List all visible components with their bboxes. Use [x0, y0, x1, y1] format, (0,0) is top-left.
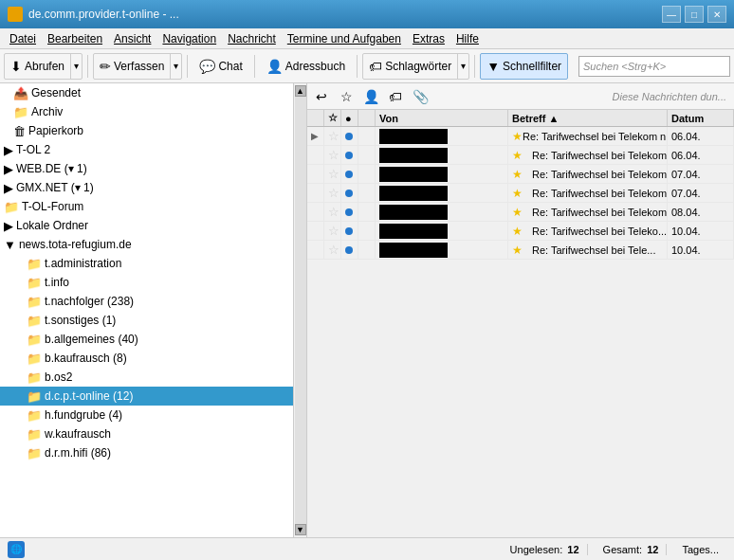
col-von[interactable]: Von: [376, 110, 508, 126]
menu-navigation[interactable]: Navigation: [156, 30, 222, 47]
email-row[interactable]: ☆ ★ Re: Tarifwechsel bei Telekom nich...…: [307, 146, 734, 165]
tag-toolbar-btn[interactable]: 🏷: [385, 86, 406, 107]
verfassen-dropdown[interactable]: ▾: [170, 54, 181, 79]
sidebar-item-label: Lokale Ordner: [16, 219, 88, 232]
sidebar-item-label: t.sonstiges (1): [45, 314, 116, 327]
cell-date: 07.04.: [668, 184, 734, 202]
cell-from: [376, 127, 508, 145]
lokale-expand-icon: ▶: [4, 219, 13, 233]
archiv-icon: 📁: [13, 105, 28, 119]
email-row[interactable]: ☆ ★ Re: Tarifwechsel bei Tele... 10.04.: [307, 241, 734, 260]
menu-termine[interactable]: Termine und Aufgaben: [282, 30, 407, 47]
email-toolbar: ↩ ☆ 👤 🏷 📎 Diese Nachrichten dun...: [307, 83, 734, 110]
schnellfilter-button[interactable]: ▼ Schnellfilter: [480, 53, 568, 80]
cell-subject: ★ Re: Tarifwechsel bei Tele...: [508, 241, 668, 259]
col-betreff[interactable]: Betreff ▲: [508, 110, 668, 126]
statusbar-unread: Ungelesen: 12: [503, 544, 588, 555]
col-flag[interactable]: [358, 110, 376, 126]
statusbar-total: Gesamt: 12: [596, 544, 668, 555]
window-controls: — □ ✕: [662, 6, 726, 23]
sidebar-item-tol2[interactable]: ▶ T-OL 2: [0, 140, 293, 159]
menubar: Datei Bearbeiten Ansicht Navigation Nach…: [0, 28, 734, 49]
sidebar-item-label: Papierkorb: [28, 124, 83, 137]
menu-datei[interactable]: Datei: [4, 30, 42, 47]
scroll-down-button[interactable]: ▼: [295, 524, 306, 535]
subject-text: Re: Tarifwechsel bei Telekom nich...: [523, 150, 668, 161]
cell-date: 06.04.: [668, 127, 734, 145]
abrufen-dropdown[interactable]: ▾: [70, 54, 82, 79]
d-c-p-icon: 📁: [27, 389, 42, 404]
sidebar-item-gmx[interactable]: ▶ GMX.NET (▾ 1): [0, 178, 293, 197]
sidebar-item-w-kaufrausch[interactable]: 📁 w.kaufrausch: [0, 425, 293, 443]
sidebar-item-b-kaufrausch[interactable]: 📁 b.kaufrausch (8): [0, 349, 293, 368]
cell-star: ☆: [324, 222, 341, 240]
col-datum[interactable]: Datum: [668, 110, 734, 126]
col-thread[interactable]: [307, 110, 324, 126]
schlagwoerter-button[interactable]: 🏷 Schlagwörter: [363, 54, 457, 79]
sidebar-item-t-info[interactable]: 📁 t.info: [0, 273, 293, 292]
search-box[interactable]: Suchen <Strg+K>: [578, 56, 730, 77]
sidebar-item-webde[interactable]: ▶ WEB.DE (▾ 1): [0, 159, 293, 178]
total-count: 12: [647, 544, 658, 555]
cell-from: [376, 222, 508, 240]
star-toolbar-btn[interactable]: ☆: [336, 86, 357, 107]
menu-nachricht[interactable]: Nachricht: [222, 30, 282, 47]
papierkorb-icon: 🗑: [13, 124, 26, 138]
star-icon: ☆: [328, 167, 339, 181]
cell-flag: [358, 203, 376, 221]
sidebar-item-d-c-p-t-online[interactable]: 📁 d.c.p.t-online (12): [0, 387, 293, 406]
menu-extras[interactable]: Extras: [407, 30, 450, 47]
from-hidden: [379, 148, 448, 163]
reply-toolbar-btn[interactable]: ↩: [311, 86, 332, 107]
menu-hilfe[interactable]: Hilfe: [450, 30, 485, 47]
email-row[interactable]: ▶ ☆ ★ Re: Tarifwechsel bei Telekom nicht…: [307, 127, 734, 146]
verfassen-button[interactable]: ✏ Verfassen: [94, 54, 170, 79]
sidebar-item-t-nachfolger[interactable]: 📁 t.nachfolger (238): [0, 292, 293, 311]
sidebar-item-news[interactable]: ▼ news.tota-refugium.de: [0, 235, 293, 254]
sidebar-item-d-r-m-hifi[interactable]: 📁 d.r.m.hifi (86): [0, 443, 293, 462]
cell-flag: [358, 127, 376, 145]
sidebar-item-t-sonstiges[interactable]: 📁 t.sonstiges (1): [0, 311, 293, 330]
sidebar-item-label: news.tota-refugium.de: [19, 238, 132, 251]
email-list-header: ☆ ● Von Betreff ▲ Datum: [307, 110, 734, 127]
sidebar-item-archiv[interactable]: 📁 Archiv: [0, 102, 293, 121]
from-hidden: [379, 186, 448, 201]
email-row[interactable]: ☆ ★ Re: Tarifwechsel bei Teleko... 10.04…: [307, 222, 734, 241]
abrufen-button[interactable]: ⬇ Abrufen: [5, 54, 70, 79]
sidebar-item-b-os2[interactable]: 📁 b.os2: [0, 368, 293, 387]
sidebar-item-h-fundgrube[interactable]: 📁 h.fundgrube (4): [0, 406, 293, 425]
scroll-up-button[interactable]: ▲: [295, 85, 306, 97]
menu-ansicht[interactable]: Ansicht: [108, 30, 156, 47]
search-placeholder: Suchen <Strg+K>: [583, 61, 666, 72]
app-icon: [8, 7, 23, 22]
toolbar: ⬇ Abrufen ▾ ✏ Verfassen ▾ 💬 Chat 👤 Adres…: [0, 49, 734, 83]
email-row[interactable]: ☆ ★ Re: Tarifwechsel bei Telekom ni... 0…: [307, 184, 734, 203]
sidebar-item-label: t.nachfolger (238): [45, 295, 134, 308]
minimize-button[interactable]: —: [662, 6, 681, 23]
attach-toolbar-btn[interactable]: 📎: [410, 86, 431, 107]
menu-bearbeiten[interactable]: Bearbeiten: [42, 30, 108, 47]
separator-4: [357, 55, 358, 78]
schlagwoerter-dropdown[interactable]: ▾: [457, 54, 468, 79]
adressbuch-button[interactable]: 👤 Adressbuch: [260, 53, 352, 80]
sidebar-item-lokaleordner[interactable]: ▶ Lokale Ordner: [0, 216, 293, 235]
sidebar-item-tolforum[interactable]: 📁 T-OL-Forum: [0, 197, 293, 216]
star-icon: ☆: [328, 186, 339, 200]
close-button[interactable]: ✕: [707, 6, 726, 23]
maximize-button[interactable]: □: [685, 6, 704, 23]
sidebar-item-papierkorb[interactable]: 🗑 Papierkorb: [0, 121, 293, 140]
sidebar-item-b-allgemeines[interactable]: 📁 b.allgemeines (40): [0, 330, 293, 349]
sidebar-item-label: b.kaufrausch (8): [45, 352, 127, 365]
cell-flag: [358, 165, 376, 183]
col-dot[interactable]: ●: [341, 110, 358, 126]
email-row[interactable]: ☆ ★ Re: Tarifwechsel bei Telekom ... 08.…: [307, 203, 734, 222]
subject-text: Re: Tarifwechsel bei Teleko...: [523, 226, 667, 237]
star-icon: ☆: [328, 224, 339, 238]
chat-button[interactable]: 💬 Chat: [193, 53, 248, 80]
person-toolbar-btn[interactable]: 👤: [360, 86, 381, 107]
sidebar-item-t-administration[interactable]: 📁 t.administration: [0, 254, 293, 273]
sidebar-item-gesendet[interactable]: 📤 Gesendet: [0, 83, 293, 102]
col-star[interactable]: ☆: [324, 110, 341, 126]
email-row[interactable]: ☆ ★ Re: Tarifwechsel bei Telekom nich...…: [307, 165, 734, 184]
cell-thread: ▶: [307, 127, 324, 145]
